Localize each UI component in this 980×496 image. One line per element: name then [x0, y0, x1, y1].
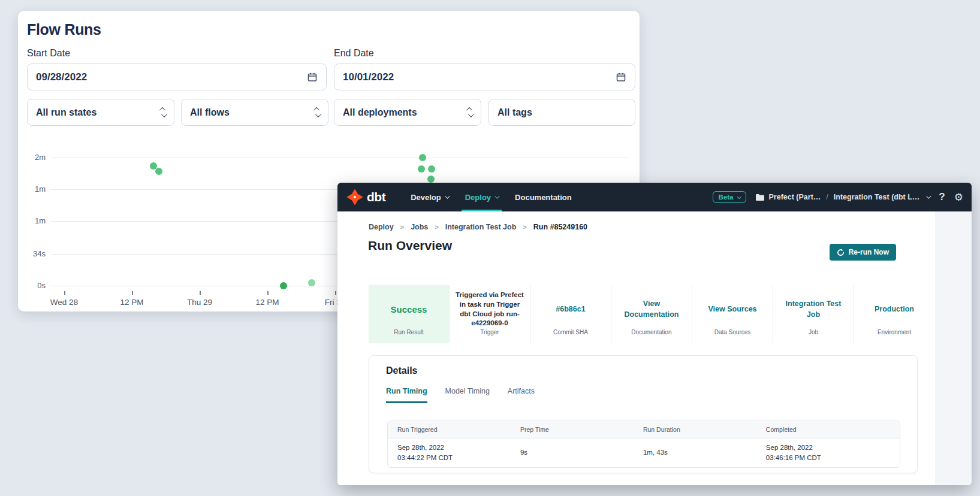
flow-run-point[interactable]: [428, 165, 435, 173]
account-breadcrumb: Prefect (Part… / Integration Test (dbt L…: [755, 193, 930, 201]
nav-item-documentation[interactable]: Documentation: [508, 183, 579, 211]
breadcrumb-item[interactable]: Deploy: [369, 223, 394, 231]
settings-button[interactable]: ⚙: [954, 191, 963, 204]
tab-artifacts[interactable]: Artifacts: [508, 387, 535, 403]
table-cell-line: Sep 28th, 2022: [397, 443, 511, 453]
table-header-row: Run TriggeredPrep TimeRun DurationComple…: [388, 421, 900, 438]
card-label: Trigger: [450, 329, 530, 343]
summary-card-run-result: SuccessRun Result: [369, 285, 449, 343]
card-value: Success: [391, 303, 427, 316]
tab-model-timing[interactable]: Model Timing: [445, 387, 490, 403]
y-axis-tick-label: 0s: [23, 281, 46, 290]
dbt-cloud-window: dbt DevelopDeployDocumentation Beta Pref…: [337, 183, 972, 485]
breadcrumb-separator: >: [435, 223, 438, 231]
table-cell-line: 03:46:16 PM CDT: [766, 453, 900, 463]
summary-card-documentation[interactable]: View DocumentationDocumentation: [611, 285, 692, 343]
table-cell: Sep 28th, 202203:44:22 PM CDT: [388, 439, 511, 467]
nav-item-develop[interactable]: Develop: [403, 183, 456, 211]
x-axis-tick-mark: [335, 291, 336, 295]
table-cell: 9s: [511, 444, 634, 461]
card-label: Documentation: [611, 329, 692, 343]
dbt-navbar-right: Beta Prefect (Part… / Integration Test (…: [713, 183, 963, 211]
dbt-logo-icon: [347, 189, 363, 205]
summary-card-commit-sha[interactable]: #6b86c1Commit SHA: [530, 285, 611, 343]
project-separator: /: [826, 193, 828, 201]
breadcrumb-item[interactable]: Jobs: [411, 223, 428, 231]
x-axis-tick-mark: [64, 291, 65, 295]
card-label: Commit SHA: [530, 329, 611, 343]
chevron-down-icon: [445, 193, 450, 198]
chart-gridline: [51, 158, 629, 158]
flow-run-point[interactable]: [280, 282, 287, 289]
x-axis-tick-label: Wed 28: [43, 298, 85, 307]
run-summary-cards: SuccessRun ResultTriggered via Prefect i…: [369, 285, 934, 343]
summary-card-data-sources[interactable]: View SourcesData Sources: [692, 285, 773, 343]
nav-item-label: Deploy: [465, 193, 491, 202]
breadcrumb-item: Run #85249160: [533, 223, 587, 231]
y-axis-tick-label: 2m: [23, 153, 46, 162]
chevron-down-icon: [494, 193, 499, 198]
details-tabs: Run TimingModel TimingArtifacts: [386, 387, 535, 403]
breadcrumb-separator: >: [523, 223, 526, 231]
x-axis-tick-label: Thu 29: [179, 298, 221, 307]
details-title: Details: [386, 365, 417, 376]
summary-card-trigger: Triggered via Prefect in task run Trigge…: [449, 285, 530, 343]
card-value[interactable]: View Documentation: [617, 299, 686, 320]
help-button[interactable]: ?: [939, 191, 945, 203]
run-overview-title: Run Overview: [368, 238, 452, 253]
dbt-content: Deploy>Jobs>Integration Test Job>Run #85…: [337, 211, 935, 485]
question-mark-icon: ?: [939, 191, 945, 203]
table-cell-line: 9s: [520, 447, 634, 458]
folder-icon: [755, 193, 765, 201]
rerun-now-button[interactable]: Re-run Now: [830, 244, 896, 261]
flow-run-point[interactable]: [155, 168, 162, 175]
flow-run-point[interactable]: [427, 176, 435, 183]
card-value[interactable]: #6b86c1: [556, 304, 585, 315]
x-axis-tick-mark: [267, 291, 269, 295]
y-axis-tick-label: 1m: [23, 185, 46, 193]
breadcrumb-item[interactable]: Integration Test Job: [445, 223, 517, 231]
dbt-logo-text: dbt: [367, 190, 385, 204]
x-axis-tick-label: 12 PM: [111, 298, 153, 307]
card-value[interactable]: View Sources: [708, 304, 756, 315]
dbt-nav-menu: DevelopDeployDocumentation: [403, 183, 579, 211]
nav-item-deploy[interactable]: Deploy: [458, 183, 505, 211]
table-cell-line: 1m, 43s: [643, 447, 756, 458]
chevron-down-icon: [927, 193, 931, 198]
environment-name[interactable]: Integration Test (dbt L…: [834, 193, 920, 201]
chevron-down-icon: [737, 195, 741, 199]
card-label: Job: [773, 329, 854, 343]
x-axis-tick-label: 12 PM: [246, 298, 288, 307]
summary-card-environment[interactable]: ProductionEnvironment: [854, 285, 934, 343]
card-value[interactable]: Integration Test Job: [779, 299, 848, 320]
refresh-icon: [837, 249, 845, 256]
table-cell-line: Sep 28th, 2022: [766, 443, 900, 453]
flow-run-point[interactable]: [419, 154, 426, 161]
card-value: Triggered via Prefect in task run Trigge…: [455, 291, 524, 328]
gear-icon: ⚙: [954, 191, 963, 204]
card-value[interactable]: Production: [875, 304, 914, 315]
project-name[interactable]: Prefect (Part…: [769, 193, 821, 201]
table-cell-line: 03:44:22 PM CDT: [397, 453, 511, 463]
details-card: Details Run TimingModel TimingArtifacts …: [369, 355, 918, 473]
flow-run-point[interactable]: [418, 165, 425, 173]
table-cell: 1m, 43s: [634, 444, 756, 461]
summary-card-job[interactable]: Integration Test JobJob: [773, 285, 854, 343]
run-timing-table: Run TriggeredPrep TimeRun DurationComple…: [387, 421, 900, 468]
card-label: Environment: [854, 329, 934, 343]
rerun-now-label: Re-run Now: [849, 248, 889, 256]
table-column-header: Run Duration: [634, 426, 756, 433]
beta-label: Beta: [719, 193, 734, 201]
tab-run-timing[interactable]: Run Timing: [386, 387, 427, 403]
x-axis-tick-mark: [132, 291, 133, 295]
dbt-navbar: dbt DevelopDeployDocumentation Beta Pref…: [337, 183, 972, 211]
x-axis-tick-mark: [200, 291, 201, 295]
breadcrumb-separator: >: [400, 223, 404, 231]
dbt-logo[interactable]: dbt: [347, 183, 385, 211]
table-column-header: Prep Time: [511, 426, 634, 433]
nav-item-label: Develop: [411, 193, 441, 202]
beta-dropdown[interactable]: Beta: [713, 191, 746, 203]
y-axis-tick-label: 1m: [23, 216, 46, 225]
breadcrumb: Deploy>Jobs>Integration Test Job>Run #85…: [369, 223, 587, 231]
card-label: Data Sources: [692, 329, 773, 343]
